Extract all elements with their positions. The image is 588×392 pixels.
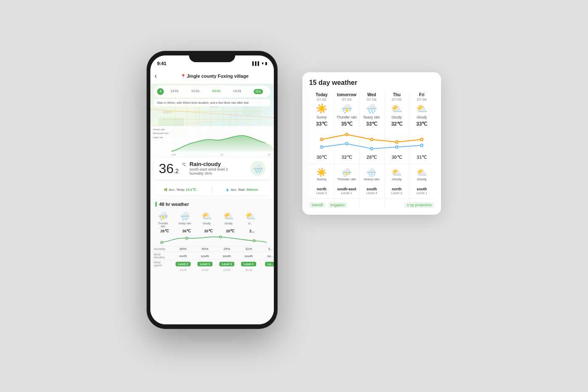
humidity-0: 80% [172,247,194,251]
hr48-icon-4: ⛅ [239,211,261,221]
time-1231: 12:31 [191,89,200,94]
svg-point-16 [370,138,373,141]
signal-icon: ▌▌▌ [252,61,260,66]
time-col-2: 15:00 [216,268,238,271]
day15-tomorrow-high: 35℃ [334,121,360,127]
humidity-3: 31% [238,247,260,251]
wind-dir-label: Winddirection [154,253,172,259]
svg-point-11 [186,237,188,239]
hdivider2 [309,198,434,199]
day15-wind-dir-3: north Level 2 [384,184,410,196]
hr48-times-row: 13:00 14:00 15:00 16:00 [150,268,274,272]
wind-dir-4: so... [260,254,274,258]
day15-today-icon: ☀️ [309,103,334,114]
rain-icon: 💧 [226,188,229,192]
day15-thu-icon: ⛅ [384,103,410,114]
status-time: 9:41 [157,61,166,66]
temperature-display: 36.2 [159,162,178,175]
svg-point-22 [396,146,398,148]
hr48-temp-4: 2... [241,229,263,233]
back-button[interactable]: ‹ [155,72,157,80]
status-icons: ▌▌▌ ▾ ▮ [252,61,267,66]
day15-today-cond: Sunny [309,115,334,119]
hr48-sparkline [154,234,270,246]
day15-fri-low: 31℃ [409,153,434,161]
day15-wed-icon: 🌧️ [359,103,384,114]
acc-bar[interactable]: 🌿 Acc. Temp 15.2℃ › 💧 Acc. Rain 500mm › [154,184,270,195]
play-pause-button[interactable]: ⏸ [157,88,164,95]
svg-point-12 [220,236,222,238]
time-col-0: 13:00 [172,268,194,271]
time-col-4 [260,268,274,271]
hr48-icon-1: 🌧️ [174,211,196,221]
humidity-values: 80% 50% 25% 31% 3... [172,247,270,251]
day15-top-grid: Today 07-02 ☀️ Sunny 33℃ tomorrow 07-03 … [309,92,434,129]
moderate-rain-label: Moderate rain [153,132,168,136]
temp-unit: ℃ [182,161,186,167]
humidity-label: Humidity [154,247,172,250]
wind-badge-2: Level 3 [216,262,238,266]
timeline-bar[interactable]: ⏸ 12:01 12:31 13:01 13:31 现在 [154,86,270,97]
acc-rain-value: 500mm [247,188,258,192]
svg-point-21 [370,147,373,150]
hr48-label-2: cloudy [203,222,211,225]
day15-fri: Fri 07-06 ⛅ cloudy 33℃ [409,92,434,129]
wind-badge-0: Level 2 [172,262,194,266]
timeline-times: 12:01 12:31 13:01 13:31 现在 [166,89,267,94]
day15-today: Today 07-02 ☀️ Sunny 33℃ [309,92,334,129]
nav-bar: ‹ 📍 Jingle county Fuxing village [150,69,274,84]
day15-thu: Thu 07-05 ⛅ cloudy 32℃ [384,92,410,129]
hr48-icon-3: ⛅ [218,211,239,221]
15-day-title: 15 day weather [309,79,434,87]
section-48hr: 48 hr weather ⛈️ Thunderrain 🌧️ heavy ra… [150,198,274,324]
day15-wind-dir-2: south Level 4 [359,184,384,196]
wind-speed-values: Level 2 Level 1 Level 3 Level 1 Le... [172,262,270,266]
acc-divider [212,187,212,193]
day15-tomorrow-cond: Thunder rain [334,115,360,119]
day15-today-header: Today [309,92,334,97]
temp-decimal: .2 [174,168,179,174]
day15-tomorrow-header: tomorrow [334,92,360,97]
humidity-4: 3... [260,247,274,251]
acc-rain-item: 💧 Acc. Rain 500mm › [226,188,260,192]
day15-today-high: 33℃ [309,121,334,127]
weather-icon: 🌧️ [250,161,265,176]
location-title: Jingle county Fuxing village [187,74,249,79]
hr48-time-values: 13:00 14:00 15:00 16:00 [172,268,270,271]
phone-device: 9:41 ▌▌▌ ▾ ▮ ‹ 📍 Jingle county Fuxing vi… [147,51,277,329]
weather-description: Rain-cloudy south-east wind level 2 humi… [189,161,247,176]
leaf-icon: 🌿 [164,188,168,192]
rain-forecast: Rain in 30min, with 40min time duration,… [154,99,270,107]
battery-icon: ▮ [265,61,267,66]
hr48-wind-speed-row: Windspeed Level 2 Level 1 Level 3 Level … [150,260,274,268]
time-1331: 13:31 [233,89,242,94]
map-area[interactable]: 神龙坪 仙鹿镇 南村 ⏸ 12:01 12:31 13:01 13:31 现在 [150,84,274,158]
wind-speed-label: Windspeed [154,261,172,267]
acc-rain-label: Acc. Rain [231,188,245,192]
hr48-temp-2: 35℃ [197,229,219,233]
weather-card: 36.2 ℃ Rain-cloudy south-east wind level… [154,158,270,179]
wind-dir-3: south [238,254,260,258]
hr48-col-0: ⛈️ Thunderrain [152,210,174,229]
day15-wed-cond: heavy rain [359,115,384,119]
humidity-2: 25% [216,247,238,251]
wind-info: south-east wind level 2 [189,167,247,171]
day15-wed-low: 28℃ [359,153,384,161]
tag-irrigation: irrigation [328,202,348,208]
mini-rain-chart: Heavy rain Moderate rain Light rain [150,126,274,158]
time-1301: 13:01 [212,89,220,94]
day15-fri-cond: cloudy [409,115,434,119]
acc-temp-item: 🌿 Acc. Temp 15.2℃ › [164,188,198,192]
acc-temp-label: Acc. Temp [169,188,184,192]
svg-point-14 [320,138,323,141]
day15-temp-chart [309,130,434,151]
svg-point-15 [345,133,348,136]
day15-tomorrow: tomorrow 07-03 ⛈️ Thunder rain 35℃ [334,92,360,129]
hr48-icons-row: ⛈️ Thunderrain 🌧️ heavy rain ⛅ cloudy [150,210,274,229]
tag-crop-protection: crop protection [404,202,434,208]
day15-tomorrow-icon: ⛈️ [334,103,360,114]
day15-wind-dir-1: south-east Level 1 [334,184,360,196]
title-accent [155,202,157,207]
day15-thu-cond: cloudy [384,115,410,119]
wind-dir-values: north south south south so... [172,254,270,258]
